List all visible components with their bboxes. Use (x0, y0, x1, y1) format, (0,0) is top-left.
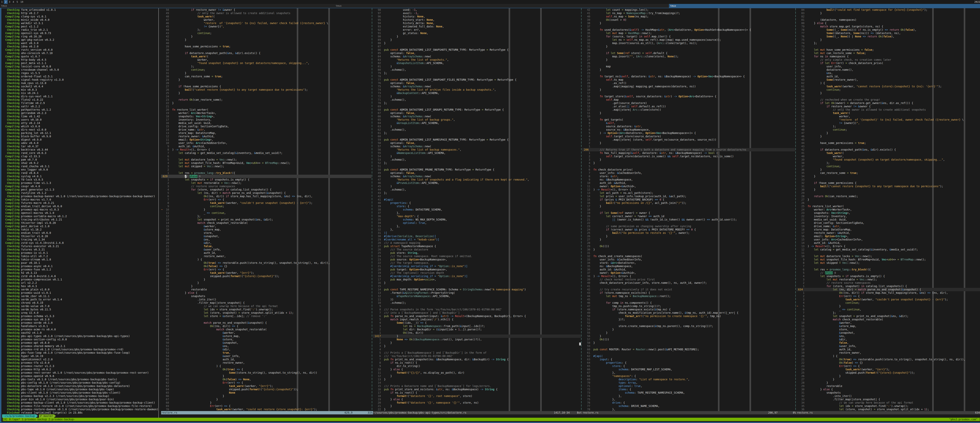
code-line: 9 auth_id: &Authid, (161, 145, 371, 148)
code-line: 634 let (ns, dir) = match parse_ns_and_s… (797, 288, 980, 291)
code-line: 28 Err(err) => { (161, 268, 371, 271)
code-line: 77 Some((datastore, Some(ns))) => (datas… (797, 32, 980, 35)
code-line: 23 // same permission as changing owners… (582, 225, 795, 228)
code-line: 65 &ns, (797, 71, 980, 75)
code-line: 5 let mut datastore_locks = Vec::new(); (161, 158, 371, 162)
code-line: 11 )) (373, 298, 581, 301)
code-line: 26 } (797, 374, 980, 378)
code-line: 37 .into_iter() (161, 298, 371, 301)
vim-window-4[interactable]: 84 bail!("could not find target namespac… (797, 8, 980, 411)
code-line: 28 return Ok(can_restore_some); (797, 195, 980, 198)
code-line: 15 &dir, (797, 338, 980, 341)
code-line: 74 "Returns the list of archive files in… (373, 88, 581, 92)
build-log-line: Checking proxmox-backup v2.2.3 (/root/so… (2, 394, 158, 398)
vim-window-1[interactable]: 50 if restore_owner != &owner { 49 // on… (161, 8, 371, 411)
terminal-tab-1[interactable]: tmux (0, 4, 334, 8)
code-line: 45 != {owner})", (161, 25, 371, 28)
code-line: 52 &dir, (161, 348, 371, 351)
build-log-line: Compiling openssl-macros v0.1.0 (2, 211, 158, 215)
code-line: 38 .filter_map(|store_snapshot| { (161, 301, 371, 304)
build-log-line: Checking proxmox-http v0.6.2 (2, 368, 158, 371)
build-log-line: Checking proxmox-time v1.1.3 (2, 181, 158, 185)
code-line: 69 (373, 105, 581, 108)
code-line: 13 &snapshot, (797, 331, 980, 334)
code-line: 46 match check_snapshot_restorable( (161, 328, 371, 331)
code-line: 21 || (owner.is_token() && !auth_id.is_t… (582, 218, 795, 221)
code-line: 8 task_warn!(worker, "couldn't parse sna… (161, 201, 371, 204)
build-log-line: Checking proxmox-serde v0.1.0 (2, 321, 158, 325)
build-log-line: Checking proxmox-section-config v1.0.0 (2, 338, 158, 341)
code-line: 2 let mut restorable = Vec::new(); (161, 181, 371, 185)
code-line: 6 pub fn parse_ns_and_snapshot(input: &s… (373, 315, 581, 318)
code-line: 37 if datastore.snapshot_path(&ns, &dir)… (161, 52, 371, 55)
shell-prompt[interactable]: ~/s/p/proxmox-backup master (2, 414, 56, 418)
code-line: 33 } (161, 285, 371, 288)
code-line: 6 (161, 155, 371, 158)
code-line: 65 None (161, 391, 371, 394)
code-line: 19 drive_name: &str, (797, 225, 980, 228)
code-line: 34 // we can unwrap here because of the … (797, 401, 980, 404)
vim-window-2[interactable]: 98 used: -1, 97 avail: -1, 96 history: N… (373, 8, 581, 411)
code-line: 53 .schema(), (373, 158, 581, 162)
code-line: 37 continue; (797, 165, 980, 168)
code-line: 14 auth_id: &Authid, (797, 241, 980, 245)
code-line: 63 task_warn!(worker, "{err}"); (161, 384, 371, 388)
build-log-line: Checking filetime v0.2.9 (2, 101, 158, 105)
code-line: 39 // check normal restore privs first (582, 278, 795, 281)
code-line: 12 let catalog = get_media_set_catalog(&… (797, 248, 980, 251)
wm-tag-2[interactable]: 2 (4, 0, 8, 4)
code-line: 79 }; (373, 71, 581, 75)
code-line: 38 ); (797, 162, 980, 165)
build-log-line: Finished release [optimized] target(s) i… (2, 411, 158, 414)
code-line: 72 items: { (582, 388, 795, 391)
code-line: 2 } (373, 341, 581, 344)
code-line: 61 }; (373, 131, 581, 135)
terminal-tab-2[interactable]: tmux (334, 4, 669, 8)
tmux-window-list[interactable]: [0] 0:tape* 1:proxmox-backup 2:proxmox-b… (3, 418, 75, 421)
terminal-window[interactable]: Checking form_urlencoded v1.0.1 Checking… (0, 8, 980, 423)
wm-tag-5[interactable]: 5 (15, 0, 19, 4)
build-log-line: Checking http-body v0.4.5 (2, 58, 158, 62)
code-line: 17 inventory: Inventory, (161, 118, 371, 121)
code-line: 28 (582, 241, 795, 245)
build-log-line: Compiling futures-macro v0.3.21 (2, 201, 158, 204)
wm-tag-10[interactable]: 10 (19, 0, 24, 4)
code-line: 25 ) { (161, 258, 371, 261)
code-line: 22 inventory: Inventory, (797, 215, 980, 218)
code-line: 63 ) (373, 125, 581, 128)
code-line: 2 Err(err) => { (797, 295, 980, 298)
wm-tag-1[interactable]: 1 (0, 0, 4, 4)
build-log-line: Compiling clap v2.33.3 (2, 155, 158, 158)
code-line: 68 "namespaces": { (582, 374, 795, 378)
vim-window-3[interactable]: 42 let count = mappings.len(); 41 let ns… (582, 8, 795, 411)
code-line: 81 (datastore, namespaces) (797, 18, 980, 22)
code-line: 64 properties: { (582, 361, 795, 364)
code-line: 1 None => Ok((BackupNamespace::root(), i… (373, 338, 581, 341)
code-line: 26 } (582, 234, 795, 238)
wm-tag-4[interactable]: 4 (11, 0, 16, 4)
terminal-tab-3[interactable]: tmux (669, 4, 980, 8)
code-line: 40 worker, (797, 155, 980, 158)
build-log-line: Checking proxmox-file-restore v0.1.0 (/r… (2, 404, 158, 408)
code-line: 78 Some((_, Some(ns))) if ns.is_empty() … (797, 28, 980, 32)
build-log-line: Checking serde_path_to_error v0.1.4 (2, 298, 158, 301)
code-line: 61 task_warn!(worker, "cannot restore {s… (797, 85, 980, 88)
wm-tag-3[interactable]: 3 (8, 0, 11, 4)
code-line: 29 if let Some(ref store) = self.default… (582, 52, 795, 55)
code-line: 1 Ok((ns, dir)) if store_map.has_full_ma… (797, 291, 980, 295)
code-line: 18 &snapshot, (161, 234, 371, 238)
code-line: 54 &user_info, (161, 355, 371, 358)
code-line: 11 &store_map, (797, 325, 980, 328)
code-line: 46 } (797, 135, 980, 138)
build-log-line: Checking atty v0.2.14 (2, 121, 158, 125)
code-line: 13 ) -> Result<(), Error> { (797, 245, 980, 248)
code-line: 95 history_start: None, (373, 18, 581, 22)
code-line: 52 worker, (797, 115, 980, 118)
build-log-line: Checking proxmox-schema v1.3.3 (2, 315, 158, 318)
code-line: 13 .format(&ApiStringFormat::PropertyStr… (373, 291, 581, 295)
code-line: 68 if let Err(err) = check_datastore_pri… (797, 62, 980, 65)
wm-clock: 2022-06-18 12:59:29 (974, 0, 980, 4)
code-line: 12 } (373, 374, 581, 378)
code-line: 67 optional: false, (373, 111, 581, 115)
code-line: 45 ) (373, 185, 581, 188)
